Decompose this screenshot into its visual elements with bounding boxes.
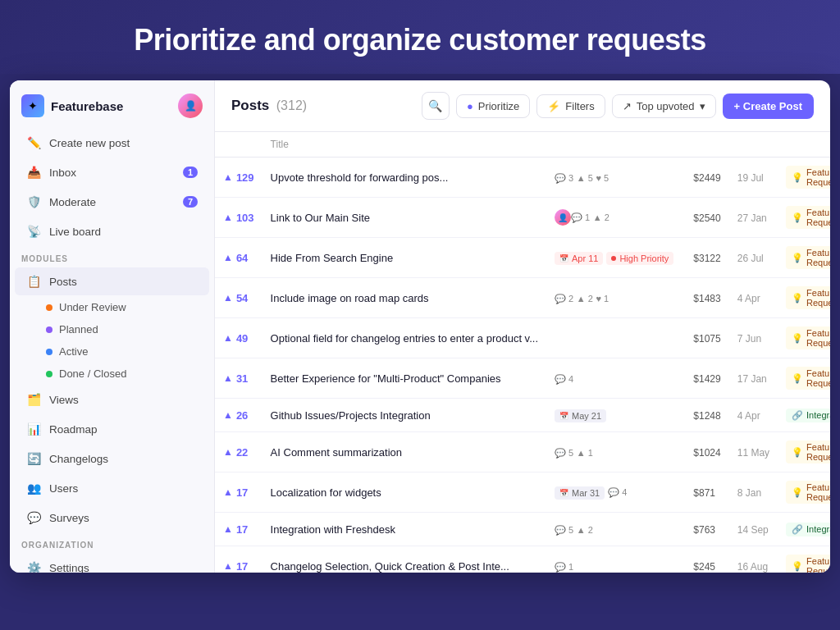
sidebar-sub-done-closed[interactable]: Done / Closed	[15, 363, 209, 384]
vote-count: 31	[236, 372, 248, 385]
sidebar-item-settings[interactable]: ⚙️ Settings	[15, 554, 209, 573]
vote-arrow: ▲	[223, 171, 233, 183]
inbox-badge: 1	[183, 167, 198, 178]
create-post-button[interactable]: + Create Post	[723, 94, 814, 119]
tag-icon: 🔗	[792, 524, 803, 535]
live-board-icon: 📡	[26, 224, 41, 239]
vote-arrow: ▲	[223, 486, 233, 498]
moderate-icon: 🛡️	[26, 194, 41, 209]
post-title: AI Comment summarization	[271, 446, 402, 459]
title-cell: AI Comment summarization	[262, 432, 546, 472]
table-header-row: Title	[215, 132, 830, 158]
header-actions: 🔍 ● Prioritize ⚡ Filters ↗ Top upvoted ▾…	[422, 92, 814, 120]
post-title: Include image on road map cards	[271, 292, 429, 304]
dollar-cell: $2449	[685, 158, 728, 198]
post-date: 7 Jun	[737, 333, 761, 345]
search-button[interactable]: 🔍	[422, 92, 450, 120]
date-cell: 26 Jul	[729, 238, 778, 278]
sidebar-sub-under-review[interactable]: Under Review	[15, 297, 209, 317]
sidebar-sub-active[interactable]: Active	[15, 341, 209, 362]
sidebar-item-inbox[interactable]: 📥 Inbox 1	[15, 158, 209, 186]
sidebar-item-posts[interactable]: 📋 Posts	[15, 267, 209, 295]
dollar-value: $3122	[693, 253, 720, 264]
post-title: Hide From Search Engine	[271, 252, 394, 264]
vote-cell: ▲ 22	[215, 432, 262, 472]
vote-count: 103	[236, 212, 254, 224]
meta-cell: 💬 5 ▲ 2	[546, 513, 685, 546]
table-row[interactable]: ▲ 26 Github Issues/Projects Integration …	[215, 399, 830, 432]
table-row[interactable]: ▲ 22 AI Comment summarization 💬 5 ▲ 1 $1…	[215, 432, 830, 472]
heart-count: ♥ 1	[596, 294, 609, 304]
sidebar-item-users[interactable]: 👥 Users	[15, 474, 209, 502]
post-title: Upvote threshold for forwarding pos...	[271, 171, 449, 184]
brand-name: Featurebase	[51, 99, 123, 113]
filters-button[interactable]: ⚡ Filters	[536, 94, 605, 118]
table-row[interactable]: ▲ 31 Better Experience for "Multi-Produc…	[215, 358, 830, 399]
vote-cell: ▲ 17	[215, 513, 262, 546]
sidebar-item-create-post[interactable]: ✏️ Create new post	[15, 129, 209, 157]
upvote-count: ▲ 1	[577, 448, 593, 458]
vote-arrow: ▲	[223, 409, 233, 421]
date-cell: 14 Sep	[729, 513, 778, 546]
table-row[interactable]: ▲ 54 Include image on road map cards 💬 2…	[215, 278, 830, 318]
upvote-count: ▲ 2	[577, 525, 593, 535]
tag-chip: 💡 Feature Request	[786, 166, 830, 189]
comment-count: 💬 5	[555, 525, 573, 536]
sort-button[interactable]: ↗ Top upvoted ▾	[612, 94, 716, 118]
brand: ✦ Featurebase	[21, 94, 123, 117]
prioritize-button[interactable]: ● Prioritize	[456, 94, 530, 118]
tag-icon: 💡	[792, 373, 803, 384]
upvote-count: ▲ 2	[593, 212, 609, 222]
tag-icon: 💡	[792, 447, 803, 458]
sidebar-sub-planned[interactable]: Planned	[15, 319, 209, 340]
dollar-value: $1075	[693, 333, 720, 345]
date-chip: 📅Mar 31	[555, 486, 605, 500]
vote-count: 17	[236, 486, 248, 499]
title-cell: Optional field for changelog entries to …	[262, 318, 546, 358]
vote-count: 17	[236, 523, 248, 536]
date-cell: 4 Apr	[729, 278, 778, 318]
tag-chip: 💡 Feature Request	[786, 326, 830, 349]
sidebar-item-moderate[interactable]: 🛡️ Moderate 7	[15, 188, 209, 216]
upvote-count: ▲ 2	[577, 294, 593, 304]
tag-icon: 💡	[792, 561, 803, 572]
dollar-value: $2540	[693, 212, 720, 224]
table-row[interactable]: ▲ 103 Link to Our Main Site 👤💬 1 ▲ 2 $25…	[215, 198, 830, 238]
dollar-value: $1429	[693, 373, 720, 385]
sidebar-item-surveys[interactable]: 💬 Surveys	[15, 504, 209, 532]
posts-label: Posts	[49, 276, 198, 288]
table-row[interactable]: ▲ 17 Integration with Freshdesk 💬 5 ▲ 2 …	[215, 513, 830, 546]
post-date: 27 Jan	[737, 212, 767, 224]
sidebar-item-views[interactable]: 🗂️ Views	[15, 386, 209, 413]
tag-cell: 💡 Feature Request	[778, 472, 830, 513]
table-row[interactable]: ▲ 49 Optional field for changelog entrie…	[215, 318, 830, 358]
sidebar-item-live-board[interactable]: 📡 Live board	[15, 217, 209, 245]
prioritize-dot: ●	[467, 100, 473, 112]
tag-cell: 🔗 Integrations	[778, 399, 830, 432]
heart-count: ♥ 5	[596, 173, 609, 183]
sidebar-item-changelogs[interactable]: 🔄 Changelogs	[15, 445, 209, 472]
posts-heading: Posts (312)	[231, 98, 307, 114]
meta-cell: 💬 5 ▲ 1	[546, 432, 685, 472]
date-cell: 4 Apr	[729, 399, 778, 432]
meta-cell: 💬 4	[546, 358, 685, 399]
post-title: Optional field for changelog entries to …	[271, 332, 538, 345]
under-review-dot	[46, 304, 52, 311]
meta-cell: 💬 1	[546, 546, 685, 573]
tag-chip: 💡 Feature Request	[786, 286, 830, 309]
dollar-value: $1024	[693, 447, 720, 459]
table-row[interactable]: ▲ 17 Changelog Selection, Quick Creation…	[215, 546, 830, 573]
dollar-cell: $1075	[685, 318, 728, 358]
table-row[interactable]: ▲ 129 Upvote threshold for forwarding po…	[215, 158, 830, 198]
date-cell: 7 Jun	[729, 318, 778, 358]
post-date: 14 Sep	[737, 524, 769, 536]
post-title: Link to Our Main Site	[271, 212, 370, 224]
avatar[interactable]: 👤	[178, 94, 203, 118]
moderate-label: Moderate	[49, 196, 175, 208]
post-title: Localization for widgets	[271, 486, 381, 499]
comment-count: 💬 3	[555, 173, 573, 184]
sidebar-item-roadmap[interactable]: 📊 Roadmap	[15, 415, 209, 443]
changelogs-icon: 🔄	[26, 451, 41, 466]
table-row[interactable]: ▲ 64 Hide From Search Engine 📅Apr 11 Hig…	[215, 238, 830, 278]
table-row[interactable]: ▲ 17 Localization for widgets 📅Mar 31💬 4…	[215, 472, 830, 513]
